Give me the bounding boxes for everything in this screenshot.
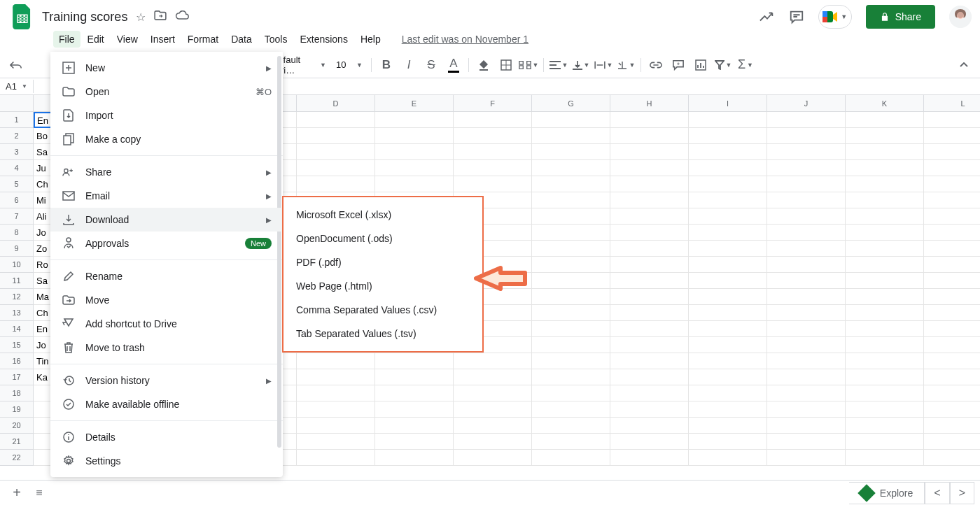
cell[interactable]: [689, 273, 767, 289]
filter-button[interactable]: ▼: [713, 55, 734, 75]
cell[interactable]: [846, 225, 924, 241]
cell[interactable]: [610, 401, 689, 418]
cell[interactable]: [767, 160, 846, 176]
row-header[interactable]: 17: [0, 369, 34, 385]
cell[interactable]: [846, 434, 924, 450]
file-details[interactable]: Details: [50, 425, 283, 449]
col-header-h[interactable]: H: [610, 95, 689, 112]
cell[interactable]: [532, 369, 610, 385]
cell[interactable]: [375, 353, 454, 369]
trends-icon[interactable]: [760, 12, 775, 22]
cell[interactable]: [454, 128, 532, 144]
sheets-logo[interactable]: [8, 3, 36, 31]
cell[interactable]: [689, 112, 767, 128]
valign-button[interactable]: ▼: [570, 55, 592, 75]
cell[interactable]: [610, 369, 689, 385]
cell[interactable]: [924, 450, 980, 466]
cell[interactable]: [767, 192, 846, 208]
cell[interactable]: [297, 401, 375, 418]
download-pdf[interactable]: PDF (.pdf): [284, 250, 482, 274]
row-header[interactable]: 4: [0, 160, 34, 176]
cell[interactable]: [767, 257, 846, 273]
cell[interactable]: [532, 192, 610, 208]
cell[interactable]: [924, 241, 980, 257]
cell[interactable]: [375, 144, 454, 160]
cell[interactable]: [846, 385, 924, 401]
expand-toolbar-button[interactable]: [953, 55, 974, 75]
row-header[interactable]: 14: [0, 321, 34, 337]
menu-help[interactable]: Help: [355, 31, 386, 48]
cell[interactable]: [610, 225, 689, 241]
cell[interactable]: [610, 385, 689, 401]
cell[interactable]: [375, 369, 454, 385]
borders-button[interactable]: [496, 55, 517, 75]
cell[interactable]: [924, 144, 980, 160]
cell[interactable]: [610, 160, 689, 176]
cell[interactable]: [689, 450, 767, 466]
cell[interactable]: [532, 418, 610, 434]
row-header[interactable]: 18: [0, 385, 34, 401]
cell[interactable]: [375, 418, 454, 434]
move-folder-icon[interactable]: [154, 10, 167, 24]
cell[interactable]: [532, 337, 610, 353]
cell[interactable]: [532, 176, 610, 192]
row-header[interactable]: 11: [0, 273, 34, 289]
cell[interactable]: [532, 257, 610, 273]
cell[interactable]: [846, 160, 924, 176]
cell[interactable]: [924, 369, 980, 385]
cell[interactable]: [689, 160, 767, 176]
row-header[interactable]: 9: [0, 241, 34, 257]
file-rename[interactable]: Rename: [50, 264, 283, 288]
menu-edit[interactable]: Edit: [82, 31, 110, 48]
file-share[interactable]: Share▶: [50, 160, 283, 184]
cell[interactable]: [454, 353, 532, 369]
cell[interactable]: [846, 337, 924, 353]
cell[interactable]: [689, 385, 767, 401]
menu-extensions[interactable]: Extensions: [294, 31, 353, 48]
cell[interactable]: [532, 305, 610, 321]
cell[interactable]: [767, 337, 846, 353]
cell[interactable]: [924, 225, 980, 241]
row-header[interactable]: 8: [0, 225, 34, 241]
row-header[interactable]: 7: [0, 208, 34, 225]
text-color-button[interactable]: A: [443, 55, 464, 75]
cell[interactable]: [767, 321, 846, 337]
cell[interactable]: [610, 144, 689, 160]
cell[interactable]: [532, 144, 610, 160]
cell[interactable]: [689, 337, 767, 353]
cell[interactable]: [532, 208, 610, 225]
cell[interactable]: [689, 305, 767, 321]
download-csv[interactable]: Comma Separated Values (.csv): [284, 298, 482, 322]
cell[interactable]: [767, 128, 846, 144]
cell[interactable]: [297, 369, 375, 385]
cell[interactable]: [610, 289, 689, 305]
cell[interactable]: [454, 176, 532, 192]
cell[interactable]: [454, 144, 532, 160]
cell[interactable]: [532, 160, 610, 176]
cell[interactable]: [454, 160, 532, 176]
cell[interactable]: [767, 353, 846, 369]
cell[interactable]: [297, 385, 375, 401]
chart-button[interactable]: [690, 55, 711, 75]
cell[interactable]: [767, 289, 846, 305]
download-html[interactable]: Web Page (.html): [284, 274, 482, 298]
cell[interactable]: [297, 418, 375, 434]
cell[interactable]: [689, 353, 767, 369]
cell[interactable]: [610, 208, 689, 225]
menu-tools[interactable]: Tools: [259, 31, 293, 48]
cell[interactable]: [689, 176, 767, 192]
cell[interactable]: [689, 128, 767, 144]
cell[interactable]: [924, 176, 980, 192]
download-ods[interactable]: OpenDocument (.ods): [284, 227, 482, 250]
col-header-j[interactable]: J: [767, 95, 846, 112]
cell[interactable]: [689, 289, 767, 305]
file-version-history[interactable]: Version history▶: [50, 369, 283, 392]
cell[interactable]: [767, 225, 846, 241]
cell[interactable]: [767, 450, 846, 466]
cell[interactable]: [924, 305, 980, 321]
cell[interactable]: [924, 273, 980, 289]
cell[interactable]: [846, 401, 924, 418]
cell[interactable]: [689, 321, 767, 337]
select-all-corner[interactable]: [0, 95, 34, 112]
row-header[interactable]: 3: [0, 144, 34, 160]
